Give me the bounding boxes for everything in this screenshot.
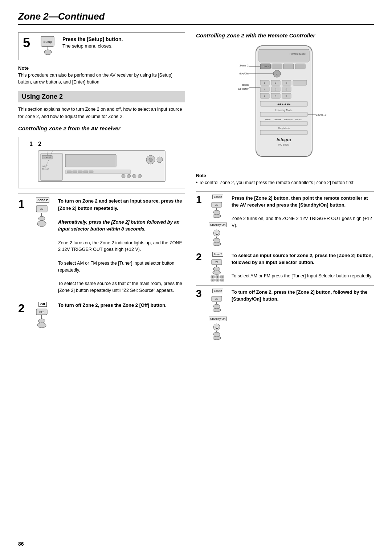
right-step1-title: Press the [Zone 2] button, then point th… bbox=[232, 195, 374, 209]
zone2-hand-svg-1: Z2 bbox=[33, 205, 53, 228]
right-step1-text: Press the [Zone 2] button, then point th… bbox=[232, 195, 374, 229]
note1-label: Note bbox=[18, 65, 29, 71]
step2-left-title: To turn off Zone 2, press the Zone 2 [Of… bbox=[58, 302, 185, 309]
svg-text:2: 2 bbox=[217, 276, 218, 278]
svg-point-11 bbox=[149, 158, 152, 162]
svg-text:Random: Random bbox=[284, 118, 293, 121]
step5-description: The setup menu closes. bbox=[62, 43, 180, 49]
step1-left-text: To turn on Zone 2 and select an input so… bbox=[58, 197, 185, 294]
svg-text:1: 1 bbox=[212, 276, 213, 278]
step5-content: Press the [Setup] button. The setup menu… bbox=[62, 36, 180, 49]
two-column-layout: 5 Setup Press the [Setup] button. The se… bbox=[18, 32, 374, 343]
receiver-image-box: 1 2 ZONE 2 bbox=[18, 137, 185, 188]
svg-rect-18 bbox=[89, 171, 93, 173]
svg-text:6: 6 bbox=[222, 279, 223, 281]
svg-text:Standby/On: Standby/On bbox=[238, 72, 249, 75]
svg-text:4: 4 bbox=[264, 88, 265, 91]
step1-left-row: 1 Zone 2 Z2 To turn on Zone 2 bbox=[18, 194, 185, 298]
note2-label: Note bbox=[196, 173, 206, 178]
svg-text:Level –/+: Level –/+ bbox=[316, 113, 328, 117]
svg-text:SELECT: SELECT bbox=[42, 168, 49, 170]
svg-text:Audio: Audio bbox=[265, 118, 271, 121]
svg-text:Z2: Z2 bbox=[215, 298, 218, 300]
svg-point-123 bbox=[213, 332, 220, 337]
svg-point-118 bbox=[213, 304, 220, 309]
svg-rect-14 bbox=[67, 171, 72, 173]
right-standby-label-3: Standby/On bbox=[209, 317, 227, 321]
svg-text:Iuput: Iuput bbox=[242, 83, 249, 86]
step5-box: 5 Setup Press the [Setup] button. The se… bbox=[18, 32, 185, 60]
right-step3-hand-standby: ⏻ bbox=[209, 323, 227, 340]
step5-number: 5 bbox=[23, 36, 34, 49]
svg-line-4 bbox=[48, 46, 48, 46]
svg-point-93 bbox=[213, 214, 221, 218]
svg-text:⏻: ⏻ bbox=[215, 326, 219, 329]
svg-point-2 bbox=[44, 50, 52, 55]
svg-text:8: 8 bbox=[275, 95, 276, 97]
remote-svg: Remote Mode ZONE 2 ⏻ bbox=[238, 44, 332, 167]
svg-point-12 bbox=[157, 157, 163, 163]
svg-text:5: 5 bbox=[217, 279, 218, 281]
remote-image-area: Remote Mode ZONE 2 ⏻ bbox=[196, 44, 374, 167]
note1-box: Note This procedure can also be performe… bbox=[18, 65, 185, 85]
setup-hand-svg: Setup bbox=[38, 36, 58, 57]
right-step3-text: To turn off Zone 2, press the [Zone 2] b… bbox=[232, 289, 374, 303]
step5-title: Press the [Setup] button. bbox=[62, 36, 180, 42]
svg-text:Z2: Z2 bbox=[40, 208, 43, 210]
right-step2-title: To select an input source for Zone 2, pr… bbox=[232, 252, 374, 266]
right-step3-title: To turn off Zone 2, press the [Zone 2] b… bbox=[232, 289, 374, 303]
right-standby-label-1: Standby/On bbox=[209, 223, 227, 227]
svg-text:Z2: Z2 bbox=[215, 204, 218, 206]
svg-text:Remote Mode: Remote Mode bbox=[290, 53, 306, 55]
right-step3-hand-zone2: Z2 bbox=[209, 296, 227, 312]
right-zone2-label-2: Zone2 bbox=[212, 252, 224, 257]
right-zone2-label-3: Zone2 bbox=[212, 289, 224, 293]
svg-rect-16 bbox=[78, 171, 82, 173]
right-step1-hand-standby: ⏻ bbox=[209, 229, 227, 246]
svg-text:3: 3 bbox=[286, 82, 287, 84]
right-step2-row: 2 Zone2 Z2 bbox=[196, 249, 374, 285]
right-step1-hand-zone2: Z2 bbox=[209, 201, 227, 218]
svg-text:9: 9 bbox=[286, 95, 287, 97]
svg-rect-6 bbox=[65, 154, 116, 167]
page-title: Zone 2—Continued bbox=[18, 11, 374, 25]
svg-point-22 bbox=[138, 174, 142, 178]
svg-point-103 bbox=[213, 271, 221, 274]
step1-left-title1: To turn on Zone 2 and select an input so… bbox=[58, 197, 185, 212]
svg-rect-51 bbox=[293, 80, 307, 85]
svg-point-34 bbox=[38, 319, 45, 323]
svg-text:Selector: Selector bbox=[238, 87, 249, 90]
right-step2-number: 2 bbox=[196, 252, 204, 262]
svg-text:Integra: Integra bbox=[277, 137, 291, 142]
right-step3-icon: Zone2 Z2 Standby/On ⏻ bbox=[207, 289, 229, 340]
step2-left-text: To turn off Zone 2, press the Zone 2 [Of… bbox=[58, 302, 185, 309]
right-step2-text: To select an input source for Zone 2, pr… bbox=[232, 252, 374, 280]
svg-point-96 bbox=[213, 238, 220, 243]
right-step2-hand-svg: Z2 1 2 3 4 bbox=[209, 259, 227, 282]
svg-point-20 bbox=[127, 174, 131, 178]
note2-box: Note • To control Zone 2, you must press… bbox=[196, 172, 374, 186]
svg-text:6: 6 bbox=[286, 88, 287, 91]
svg-text:1: 1 bbox=[264, 82, 265, 84]
svg-point-21 bbox=[132, 174, 136, 178]
step2-left-number: 2 bbox=[18, 302, 27, 314]
svg-text:2: 2 bbox=[275, 82, 276, 84]
svg-point-125 bbox=[213, 336, 221, 340]
right-column: Controlling Zone 2 with the Remote Contr… bbox=[196, 32, 374, 343]
svg-point-19 bbox=[122, 174, 125, 178]
right-step1-number: 1 bbox=[196, 195, 204, 205]
svg-rect-75 bbox=[260, 121, 307, 126]
svg-text:Listening Mode: Listening Mode bbox=[275, 109, 293, 112]
step1-left-icon: Zone 2 Z2 bbox=[31, 197, 54, 228]
rec-num-2: 2 bbox=[38, 141, 41, 147]
page-number: 86 bbox=[18, 541, 24, 547]
svg-text:Repeat: Repeat bbox=[295, 118, 302, 121]
step1-left-number: 1 bbox=[18, 198, 27, 210]
svg-point-91 bbox=[213, 210, 220, 215]
svg-rect-42 bbox=[283, 64, 294, 69]
svg-point-29 bbox=[38, 216, 45, 221]
controlling-remote-heading: Controlling Zone 2 with the Remote Contr… bbox=[196, 32, 374, 40]
svg-text:Z2: Z2 bbox=[215, 261, 218, 264]
page-container: Zone 2—Continued 5 Setup bbox=[0, 0, 392, 554]
rec-num-1: 1 bbox=[29, 141, 33, 147]
